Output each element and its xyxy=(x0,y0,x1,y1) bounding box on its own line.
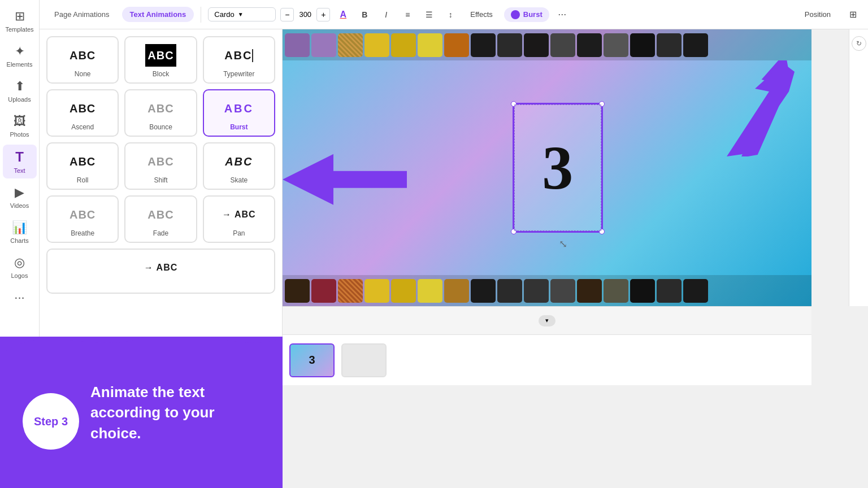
photos-icon: 🖼 xyxy=(14,114,26,129)
anim-preview-shift: ABC xyxy=(147,150,173,173)
text-card[interactable]: 3 xyxy=(513,103,603,233)
film-cell xyxy=(391,279,416,303)
anim-card-breathe[interactable]: ABC Breathe xyxy=(46,195,119,243)
chevron-down-icon: ▼ xyxy=(238,11,244,18)
film-cell xyxy=(418,279,442,303)
film-cell xyxy=(604,279,628,303)
font-selector[interactable]: Cardo ▼ xyxy=(208,7,276,21)
slide-thumb-1[interactable]: 3 xyxy=(289,343,335,377)
anim-card-none[interactable]: ABC None xyxy=(46,36,119,84)
anim-card-bounce[interactable]: ABC Bounce xyxy=(124,89,197,137)
font-size-increase[interactable]: + xyxy=(316,8,330,21)
text-color-button[interactable]: A xyxy=(335,6,351,23)
filmstrip-bottom xyxy=(283,275,811,306)
anim-card-skate[interactable]: ABC Skate xyxy=(203,142,275,190)
align-button[interactable]: ≡ xyxy=(399,6,416,23)
toolbar-divider-1 xyxy=(201,7,201,23)
handle-tr[interactable] xyxy=(599,101,605,107)
sidebar-item-uploads[interactable]: ⬆ Uploads xyxy=(3,75,37,107)
uploads-icon: ⬆ xyxy=(15,79,25,94)
bottom-overlay: Step 3 Animate the text according to you… xyxy=(0,337,283,488)
anim-card-roll[interactable]: ABC Roll xyxy=(46,142,119,190)
film-cell xyxy=(338,279,363,303)
anim-card-burst[interactable]: ABC Burst xyxy=(203,89,275,137)
handle-bl[interactable] xyxy=(511,229,517,234)
canvas-background: 3 ⤡ xyxy=(283,29,811,306)
anim-card-pan[interactable]: → ABC Pan xyxy=(203,195,275,243)
handle-tl[interactable] xyxy=(511,101,517,107)
bottom-panel: ▾ xyxy=(283,306,811,334)
toolbar-right: Position ⊞ xyxy=(797,6,861,23)
anim-label-ascend: Ascend xyxy=(71,123,94,131)
logos-icon: ◎ xyxy=(14,255,25,270)
film-cell xyxy=(311,33,336,57)
burst-icon xyxy=(511,10,520,19)
film-cell xyxy=(471,279,496,303)
anim-card-ascend[interactable]: ABC Ascend xyxy=(46,89,119,137)
anim-card-fade[interactable]: ABC Fade xyxy=(124,195,197,243)
spacing-button[interactable]: ↕ xyxy=(442,6,459,23)
elements-icon: ✦ xyxy=(15,44,25,59)
burst-label: Burst xyxy=(523,10,542,19)
sidebar-item-templates[interactable]: ⊞ Templates xyxy=(3,5,37,37)
collapse-button[interactable]: ▾ xyxy=(539,315,555,326)
animation-grid: ABC None ABC Block ABC‌ Typewriter ABC A… xyxy=(46,36,275,243)
anim-card-shift[interactable]: ABC Shift xyxy=(124,142,197,190)
film-cell xyxy=(550,279,575,303)
list-button[interactable]: ☰ xyxy=(420,6,437,23)
anim-preview-roll: ABC xyxy=(70,150,96,173)
film-cell xyxy=(604,33,628,57)
slide-thumb-2[interactable] xyxy=(341,343,387,377)
sidebar-item-videos[interactable]: ▶ Videos xyxy=(3,181,37,213)
timeline: 3 xyxy=(283,334,811,385)
anim-label-breathe: Breathe xyxy=(71,229,94,237)
film-cell xyxy=(577,33,602,57)
arrow-left xyxy=(283,149,407,213)
arrow-top-right xyxy=(687,60,795,159)
film-cell xyxy=(657,279,682,303)
burst-button[interactable]: Burst xyxy=(504,7,549,22)
sidebar-item-photos[interactable]: 🖼 Photos xyxy=(3,110,37,142)
more-options-button[interactable]: ··· xyxy=(554,6,571,23)
film-cell xyxy=(657,33,682,57)
anim-preview-breathe: ABC xyxy=(70,203,96,226)
film-cell xyxy=(497,279,522,303)
sidebar-item-charts[interactable]: 📊 Charts xyxy=(3,216,37,249)
position-button[interactable]: Position xyxy=(797,7,839,21)
film-cell xyxy=(285,33,310,57)
sidebar-label-photos: Photos xyxy=(10,131,29,138)
font-size-decrease[interactable]: − xyxy=(280,8,294,21)
anim-card-typewriter[interactable]: ABC‌ Typewriter xyxy=(203,36,275,84)
anim-preview-skate: ABC xyxy=(225,150,253,173)
sidebar-item-logos[interactable]: ◎ Logos xyxy=(3,251,37,284)
sidebar-label-logos: Logos xyxy=(11,272,28,279)
film-cell xyxy=(471,33,496,57)
italic-button[interactable]: I xyxy=(377,6,394,23)
sync-icon-button[interactable]: ↻ xyxy=(852,36,866,51)
resize-cursor: ⤡ xyxy=(559,238,567,250)
tab-text-animations[interactable]: Text Animations xyxy=(122,7,194,22)
anim-preview-partial: → ABC xyxy=(144,256,178,279)
anim-label-skate: Skate xyxy=(230,176,248,184)
sidebar-item-more[interactable]: ··· xyxy=(3,286,37,310)
anim-card-partial[interactable]: → ABC xyxy=(46,249,275,294)
film-cell xyxy=(497,33,522,57)
film-cell xyxy=(683,33,708,57)
tab-page-animations[interactable]: Page Animations xyxy=(46,7,118,22)
grid-icon-button[interactable]: ⊞ xyxy=(844,6,861,23)
sidebar-item-elements[interactable]: ✦ Elements xyxy=(3,40,37,72)
anim-card-block[interactable]: ABC Block xyxy=(124,36,197,84)
bold-button[interactable]: B xyxy=(356,6,373,23)
anim-preview-burst: ABC xyxy=(224,97,254,120)
sidebar-label-uploads: Uploads xyxy=(8,96,31,103)
sidebar-item-text[interactable]: T Text xyxy=(3,145,37,178)
handle-br[interactable] xyxy=(599,229,605,234)
step-number: Step 3 xyxy=(34,415,68,428)
sidebar-label-videos: Videos xyxy=(10,202,29,209)
film-cell xyxy=(418,33,442,57)
effects-button[interactable]: Effects xyxy=(463,7,500,21)
font-size-value: 300 xyxy=(296,10,314,19)
film-cell xyxy=(338,33,363,57)
anim-label-fade: Fade xyxy=(153,229,168,237)
anim-label-none: None xyxy=(75,70,91,78)
